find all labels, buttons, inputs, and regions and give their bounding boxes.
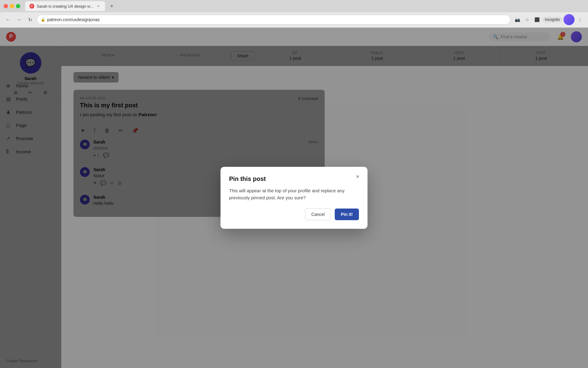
- camera-off-icon[interactable]: 📷: [513, 15, 522, 24]
- browser-toolbar: ← → ↻ 🔒 patreon.com/uxdesignjonas 📷 ☆ ⬛ …: [0, 12, 588, 27]
- browser-chrome: P Sarah is creating UX design vi... × + …: [0, 0, 588, 28]
- browser-titlebar: P Sarah is creating UX design vi... × +: [0, 0, 588, 12]
- back-button[interactable]: ←: [4, 15, 12, 24]
- toolbar-icons: 📷 ☆ ⬛ Incognito ⋮: [513, 14, 584, 25]
- tab-favicon: P: [29, 4, 34, 9]
- extension-button[interactable]: ⬛: [533, 15, 541, 24]
- reload-button[interactable]: ↻: [26, 15, 34, 24]
- cancel-button[interactable]: Cancel: [305, 209, 331, 220]
- pin-post-modal: Pin this post × This will appear at the …: [221, 167, 368, 229]
- forward-button[interactable]: →: [15, 15, 23, 24]
- modal-title: Pin this post: [229, 175, 359, 182]
- browser-tab[interactable]: P Sarah is creating UX design vi... ×: [25, 1, 105, 11]
- address-bar[interactable]: 🔒 patreon.com/uxdesignjonas: [37, 15, 511, 25]
- menu-button[interactable]: ⋮: [576, 15, 584, 24]
- window-close-button[interactable]: [4, 4, 8, 8]
- window-controls: [4, 4, 20, 8]
- modal-actions: Cancel Pin it!: [229, 209, 359, 220]
- pin-confirm-button[interactable]: Pin it!: [335, 209, 359, 220]
- tab-title: Sarah is creating UX design vi...: [37, 4, 93, 9]
- window-minimize-button[interactable]: [10, 4, 14, 8]
- incognito-badge: Incognito: [542, 17, 562, 22]
- tab-close-button[interactable]: ×: [96, 4, 101, 9]
- new-tab-button[interactable]: +: [107, 2, 116, 10]
- url-text: patreon.com/uxdesignjonas: [47, 17, 100, 22]
- bookmark-button[interactable]: ☆: [523, 15, 531, 24]
- modal-close-button[interactable]: ×: [353, 172, 363, 182]
- window-maximize-button[interactable]: [16, 4, 20, 8]
- incognito-label: Incognito: [545, 17, 560, 22]
- lock-icon: 🔒: [41, 17, 45, 22]
- browser-user-avatar[interactable]: [564, 14, 575, 25]
- modal-body: This will appear at the top of your prof…: [229, 187, 359, 201]
- modal-overlay[interactable]: Pin this post × This will appear at the …: [0, 28, 588, 368]
